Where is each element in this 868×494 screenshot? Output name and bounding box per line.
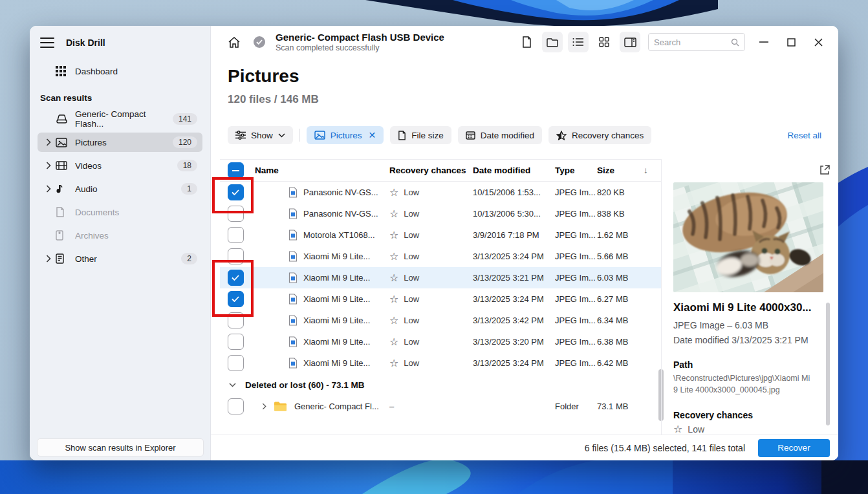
file-name: Panasonic NV-GS... bbox=[303, 188, 378, 197]
row-checkbox[interactable] bbox=[228, 206, 244, 222]
jpeg-file-icon bbox=[288, 187, 298, 198]
count-badge: 141 bbox=[173, 113, 197, 125]
recovery-value: Low bbox=[404, 273, 419, 283]
date-modified: 3/13/2025 3:24 PM bbox=[473, 252, 555, 261]
jpeg-file-icon bbox=[288, 272, 298, 283]
file-view-icon[interactable] bbox=[516, 32, 537, 52]
table-row[interactable]: Xiaomi Mi 9 Lite... ☆Low 3/13/2025 3:24 … bbox=[220, 246, 661, 267]
star-outline-icon: ☆ bbox=[389, 229, 398, 241]
folder-row[interactable]: Generic- Compact Fl... – Folder 73.1 MB bbox=[220, 396, 661, 417]
table-row[interactable]: Motorola XT1068... ☆Low 3/9/2016 7:18 PM… bbox=[220, 224, 661, 246]
star-outline-icon: ☆ bbox=[389, 314, 398, 327]
recovery-chip-label: Recovery chances bbox=[572, 131, 644, 140]
chevron-down-icon[interactable] bbox=[229, 383, 236, 387]
table-row[interactable]: Xiaomi Mi 9 Lite... ☆Low 3/13/2025 3:42 … bbox=[220, 310, 661, 331]
recovery-value: – bbox=[389, 402, 473, 411]
chevron-right-icon[interactable] bbox=[41, 138, 56, 146]
column-header-name[interactable]: Name bbox=[251, 166, 389, 175]
file-type: JPEG Im... bbox=[555, 337, 597, 347]
column-header-date[interactable]: Date modified bbox=[473, 166, 555, 175]
table-row[interactable]: Panasonic NV-GS... ☆Low 10/13/2006 5:30.… bbox=[220, 203, 661, 224]
count-badge: 120 bbox=[173, 136, 197, 148]
table-row[interactable]: Panasonic NV-GS... ☆Low 10/15/2006 1:53.… bbox=[220, 182, 661, 203]
jpeg-file-icon bbox=[288, 251, 298, 262]
date-modified-filter-chip[interactable]: Date modified bbox=[458, 126, 542, 144]
table-row[interactable]: Xiaomi Mi 9 Lite... ☆Low 3/13/2025 3:24 … bbox=[220, 352, 661, 374]
folder-view-icon[interactable] bbox=[542, 32, 563, 52]
row-checkbox[interactable] bbox=[228, 184, 244, 200]
chevron-right-icon[interactable] bbox=[41, 162, 56, 169]
file-type: JPEG Im... bbox=[555, 252, 597, 261]
preview-panel-icon[interactable] bbox=[620, 32, 640, 52]
recovery-value: Low bbox=[404, 337, 419, 347]
chevron-right-icon[interactable] bbox=[262, 403, 266, 410]
row-checkbox[interactable] bbox=[228, 248, 244, 264]
reset-all-link[interactable]: Reset all bbox=[787, 131, 821, 140]
search-input[interactable] bbox=[654, 38, 727, 47]
preview-image-cat[interactable] bbox=[673, 182, 823, 292]
file-size-chip-label: File size bbox=[411, 131, 444, 140]
table-row[interactable]: Xiaomi Mi 9 Lite... ☆Low 3/13/2025 3:24 … bbox=[220, 288, 661, 310]
file-type: JPEG Im... bbox=[555, 188, 597, 197]
star-outline-icon: ☆ bbox=[389, 357, 398, 369]
group-row-deleted-or-lost[interactable]: Deleted or lost (60) - 73.1 MB bbox=[220, 374, 661, 396]
jpeg-file-icon bbox=[288, 294, 298, 305]
preview-file-title: Xiaomi Mi 9 Lite 4000x30... bbox=[673, 301, 825, 314]
row-checkbox[interactable] bbox=[228, 227, 244, 243]
menu-icon[interactable] bbox=[40, 38, 54, 48]
sidebar-item-pictures[interactable]: Pictures 120 bbox=[38, 133, 202, 152]
sidebar-item-archives: Archives bbox=[38, 226, 202, 245]
path-label: Path bbox=[673, 360, 825, 370]
recovery-value: Low bbox=[404, 252, 419, 261]
sidebar-item-device[interactable]: Generic- Compact Flash... 141 bbox=[38, 109, 202, 129]
column-header-size[interactable]: Size bbox=[597, 166, 644, 175]
file-name: Xiaomi Mi 9 Lite... bbox=[303, 337, 370, 347]
home-icon[interactable] bbox=[228, 36, 241, 48]
show-in-explorer-button[interactable]: Show scan results in Explorer bbox=[37, 438, 204, 456]
preview-scrollbar[interactable] bbox=[826, 303, 830, 425]
row-checkbox[interactable] bbox=[228, 398, 244, 414]
recovery-chances-filter-chip[interactable]: Recovery chances bbox=[548, 126, 651, 144]
open-external-icon[interactable] bbox=[819, 164, 830, 176]
star-outline-icon: ☆ bbox=[389, 208, 398, 220]
chevron-right-icon[interactable] bbox=[41, 255, 56, 263]
pictures-filter-chip[interactable]: Pictures ✕ bbox=[307, 126, 384, 144]
column-header-recovery[interactable]: Recovery chances bbox=[389, 166, 473, 175]
list-view-icon[interactable] bbox=[568, 32, 589, 52]
file-name: Xiaomi Mi 9 Lite... bbox=[303, 316, 370, 325]
minimize-button[interactable] bbox=[750, 30, 777, 54]
row-checkbox[interactable] bbox=[228, 334, 244, 350]
file-name: Panasonic NV-GS... bbox=[303, 209, 378, 219]
table-row-selected[interactable]: Xiaomi Mi 9 Lite... ☆Low 3/13/2025 3:21 … bbox=[220, 267, 661, 288]
app-title: Disk Drill bbox=[66, 38, 105, 48]
show-filter-button[interactable]: Show bbox=[228, 126, 293, 144]
table-row[interactable]: Xiaomi Mi 9 Lite... ☆Low 3/13/2025 3:20 … bbox=[220, 331, 661, 352]
date-modified: 3/13/2025 3:21 PM bbox=[473, 273, 555, 283]
file-name: Xiaomi Mi 9 Lite... bbox=[303, 273, 370, 283]
select-all-checkbox[interactable] bbox=[228, 162, 244, 178]
recover-button[interactable]: Recover bbox=[758, 439, 830, 457]
pictures-chip-label: Pictures bbox=[331, 131, 362, 140]
search-input-wrap bbox=[648, 33, 745, 51]
remove-filter-icon[interactable]: ✕ bbox=[369, 130, 376, 140]
count-badge: 18 bbox=[177, 160, 197, 171]
close-button[interactable] bbox=[805, 30, 832, 54]
column-header-type[interactable]: Type bbox=[555, 166, 597, 175]
row-checkbox[interactable] bbox=[228, 355, 244, 371]
star-outline-icon: ☆ bbox=[389, 250, 398, 263]
grid-view-icon[interactable] bbox=[594, 32, 614, 52]
maximize-button[interactable] bbox=[777, 30, 805, 54]
jpeg-file-icon bbox=[288, 208, 298, 219]
file-name: Xiaomi Mi 9 Lite... bbox=[303, 294, 370, 304]
row-checkbox[interactable] bbox=[228, 291, 244, 307]
sidebar-item-audio[interactable]: Audio 1 bbox=[38, 179, 202, 199]
sidebar-item-videos[interactable]: Videos 18 bbox=[38, 156, 202, 175]
folder-icon bbox=[274, 401, 287, 412]
sidebar-item-dashboard[interactable]: Dashboard bbox=[56, 66, 210, 76]
chevron-right-icon[interactable] bbox=[41, 185, 56, 193]
sort-descending-icon[interactable]: ↓ bbox=[644, 166, 653, 175]
sidebar-item-other[interactable]: Other 2 bbox=[38, 249, 202, 268]
file-size-filter-chip[interactable]: File size bbox=[390, 126, 451, 144]
row-checkbox[interactable] bbox=[228, 312, 244, 328]
row-checkbox[interactable] bbox=[228, 270, 244, 286]
